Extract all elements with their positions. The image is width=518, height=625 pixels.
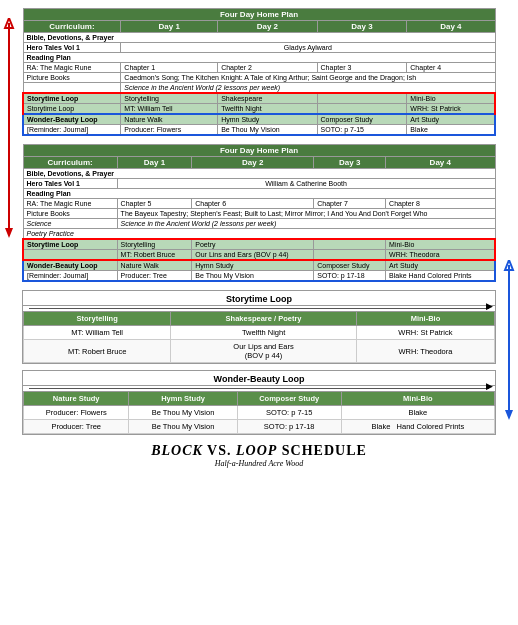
- storytime-loop-title: Storytime Loop: [23, 291, 495, 306]
- arrow-right-icon-2: ▶: [486, 381, 493, 391]
- wb-cell: SOTO: p 17-18: [237, 420, 341, 434]
- wonder-beauty-section: Wonder-Beauty Loop ▶ Nature Study Hymn S…: [22, 370, 496, 435]
- col-day1-2: Day 1: [117, 157, 192, 169]
- wonder-loop-title: Wonder-Beauty Loop: [23, 371, 495, 386]
- red-arrow-left: [2, 18, 16, 238]
- arrow-right-icon: ▶: [486, 301, 493, 311]
- st-cell: WRH: Theodora: [356, 340, 494, 363]
- table-row: Hero Tales Vol 1 Gladys Aylward: [23, 43, 495, 53]
- loop-text: Loop: [236, 443, 277, 458]
- main-title: Block vs. Loop Schedule: [22, 443, 496, 459]
- schedule-text: Schedule: [282, 443, 367, 458]
- st-cell: MT: William Tell: [24, 326, 171, 340]
- table-row: MT: William Tell Twelfth Night WRH: St P…: [24, 326, 495, 340]
- storytime-arrow-line: ▶: [29, 308, 489, 309]
- home-plan-1: Four Day Home Plan Curriculum: Day 1 Day…: [22, 8, 496, 136]
- st-cell: WRH: St Patrick: [356, 326, 494, 340]
- col-day1: Day 1: [121, 21, 218, 33]
- page: Four Day Home Plan Curriculum: Day 1 Day…: [0, 0, 518, 476]
- wb-cell: Blake Hand Colored Prints: [341, 420, 494, 434]
- svg-marker-2: [505, 410, 513, 420]
- reminder-row-1: [Reminder: Journal] Producer: Flowers Be…: [23, 125, 495, 136]
- col-day4-2: Day 4: [386, 157, 495, 169]
- wonder-loop-row-1: Wonder-Beauty Loop Nature Walk Hymn Stud…: [23, 114, 495, 125]
- home-plan-2: Four Day Home Plan Curriculum: Day 1 Day…: [22, 144, 496, 282]
- table-row: Hero Tales Vol 1 William & Catherine Boo…: [23, 179, 495, 189]
- col-day2: Day 2: [218, 21, 317, 33]
- wb-cell: Be Thou My Vision: [129, 406, 237, 420]
- col-day3-2: Day 3: [314, 157, 386, 169]
- table-row: Picture Books Caedmon's Song; The Kitche…: [23, 73, 495, 83]
- col-day4: Day 4: [407, 21, 495, 33]
- wonder-col-3: Composer Study: [237, 392, 341, 406]
- table-row: Reading Plan: [23, 189, 495, 199]
- wb-cell: Producer: Tree: [24, 420, 129, 434]
- st-cell: Twelfth Night: [171, 326, 357, 340]
- blue-arrow-right: [502, 260, 516, 420]
- storytime-loop-row-2: Storytime Loop MT: William Tell Twelfth …: [23, 104, 495, 115]
- wonder-col-2: Hymn Study: [129, 392, 237, 406]
- table-row: Science in the Ancient World (2 lessons …: [23, 83, 495, 94]
- svg-marker-0: [5, 228, 13, 238]
- table-row: Poetry Practice: [23, 229, 495, 240]
- storytime-loop-row-4: MT: Robert Bruce Our Lins and Ears (BOV …: [23, 250, 495, 261]
- col-day3: Day 3: [317, 21, 407, 33]
- wonder-loop-row-3: Wonder-Beauty Loop Nature Walk Hymn Stud…: [23, 260, 495, 271]
- table-row: Reading Plan: [23, 53, 495, 63]
- table-row: Bible, Devotions, & Prayer: [23, 169, 495, 179]
- table-row: Producer: Flowers Be Thou My Vision SOTO…: [24, 406, 495, 420]
- tables-wrapper: Four Day Home Plan Curriculum: Day 1 Day…: [22, 8, 496, 468]
- wb-cell: Blake: [341, 406, 494, 420]
- storytime-col-1: Storytelling: [24, 312, 171, 326]
- table-row: MT: Robert Bruce Our Lips and Ears(BOV p…: [24, 340, 495, 363]
- wb-cell: Be Thou My Vision: [129, 420, 237, 434]
- table-row: Picture Books The Bayeux Tapestry; Steph…: [23, 209, 495, 219]
- storytime-loop-section: Storytime Loop ▶ Storytelling Shakespear…: [22, 290, 496, 364]
- page-title-section: Block vs. Loop Schedule Half-a-Hundred A…: [22, 443, 496, 468]
- storytime-col-3: Mini-Bio: [356, 312, 494, 326]
- col-day2-2: Day 2: [192, 157, 314, 169]
- wonder-arrow-line: ▶: [29, 388, 489, 389]
- col-curriculum: Curriculum:: [23, 21, 121, 33]
- wonder-loop-table: Nature Study Hymn Study Composer Study M…: [23, 391, 495, 434]
- table-row: RA: The Magic Rune Chapter 1 Chapter 2 C…: [23, 63, 495, 73]
- reminder-row-2: [Reminder: Journal] Producer: Tree Be Th…: [23, 271, 495, 282]
- storytime-loop-row-3: Storytime Loop Storytelling Poetry Mini-…: [23, 239, 495, 250]
- vs-text: vs.: [207, 443, 236, 458]
- plan-table-2: Four Day Home Plan Curriculum: Day 1 Day…: [22, 144, 496, 282]
- storytime-col-2: Shakespeare / Poetry: [171, 312, 357, 326]
- wb-cell: SOTO: p 7-15: [237, 406, 341, 420]
- block-text: Block: [151, 443, 203, 458]
- table1-header: Four Day Home Plan: [23, 9, 495, 21]
- table-row: Producer: Tree Be Thou My Vision SOTO: p…: [24, 420, 495, 434]
- storytime-loop-row-1: Storytime Loop Storytelling Shakespeare …: [23, 93, 495, 104]
- col-curriculum-2: Curriculum:: [23, 157, 117, 169]
- st-cell: Our Lips and Ears(BOV p 44): [171, 340, 357, 363]
- plan-table-1: Four Day Home Plan Curriculum: Day 1 Day…: [22, 8, 496, 136]
- st-cell: MT: Robert Bruce: [24, 340, 171, 363]
- table-row: RA: The Magic Rune Chapter 5 Chapter 6 C…: [23, 199, 495, 209]
- wb-cell: Producer: Flowers: [24, 406, 129, 420]
- table-row: Science Science in the Ancient World (2 …: [23, 219, 495, 229]
- wonder-col-4: Mini-Bio: [341, 392, 494, 406]
- sub-title: Half-a-Hundred Acre Wood: [22, 459, 496, 468]
- table2-header: Four Day Home Plan: [23, 145, 495, 157]
- wonder-col-1: Nature Study: [24, 392, 129, 406]
- storytime-loop-table: Storytelling Shakespeare / Poetry Mini-B…: [23, 311, 495, 363]
- table-row: Bible, Devotions, & Prayer: [23, 33, 495, 43]
